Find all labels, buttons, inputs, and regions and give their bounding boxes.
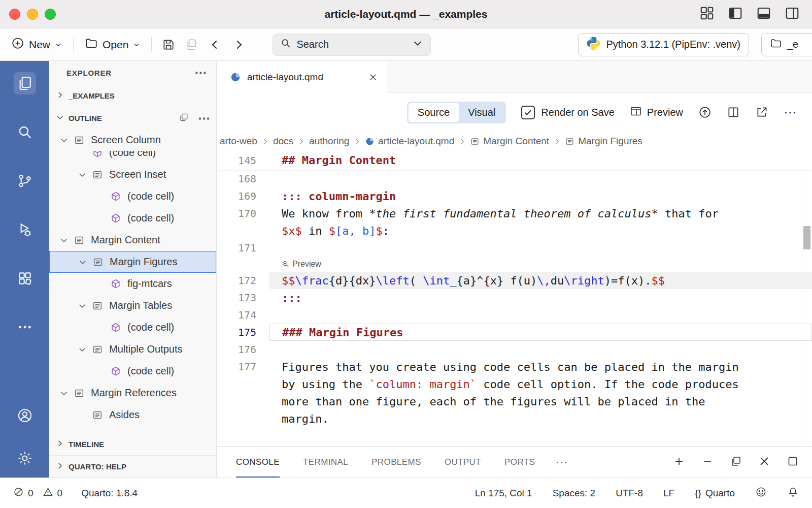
search-input[interactable]: Search — [273, 34, 431, 56]
breadcrumb-item[interactable]: authoring — [309, 136, 349, 147]
outline-item-label: Margin Figures — [110, 256, 177, 268]
chevron-down-icon — [75, 258, 90, 267]
breadcrumb-item[interactable]: arto-web — [220, 136, 257, 147]
run-debug-icon[interactable] — [14, 218, 36, 241]
render-on-save-checkbox[interactable] — [521, 106, 535, 119]
save-all-button[interactable] — [182, 35, 201, 54]
indentation-status[interactable]: Spaces: 2 — [553, 488, 596, 499]
navigate-forward-button[interactable] — [229, 35, 248, 54]
outline-item[interactable]: Margin Content — [49, 229, 216, 251]
outline-item[interactable]: Asides — [49, 404, 216, 426]
breadcrumb-item[interactable]: article-layout.qmd — [365, 136, 454, 147]
search-icon[interactable] — [14, 121, 36, 143]
encoding-status[interactable]: UTF-8 — [616, 488, 643, 499]
source-mode-button[interactable]: Source — [409, 103, 459, 122]
interpreter-selector[interactable]: Python 3.12.1 (PipEnv: .venv) — [578, 33, 749, 56]
account-icon[interactable] — [14, 404, 36, 427]
code-line[interactable]: 173 ::: — [217, 289, 812, 306]
feedback-smiley-icon[interactable] — [755, 486, 767, 500]
code-line[interactable]: 177 Figures that you create using code c… — [217, 358, 812, 375]
outline-item[interactable]: Margin References — [49, 382, 216, 404]
maximize-panel-icon[interactable] — [787, 455, 799, 469]
sticky-scroll-line[interactable]: 145 ## Margin Content — [217, 151, 812, 170]
breadcrumb-item[interactable]: Margin Content — [470, 136, 549, 147]
outline-item[interactable]: fig-mtcars — [49, 273, 216, 295]
outline-item[interactable]: Multiple Outputs — [49, 338, 216, 360]
code-line[interactable]: by using the `column: margin` code cell … — [217, 375, 812, 393]
collapse-all-icon[interactable] — [179, 112, 189, 124]
outline-item-label: Margin Tables — [109, 300, 172, 311]
split-editor-icon[interactable] — [727, 106, 740, 119]
breadcrumb-item[interactable]: docs — [273, 136, 293, 147]
panel-tab-output[interactable]: OUTPUT — [445, 447, 481, 478]
close-panel-icon[interactable] — [758, 455, 770, 469]
new-button[interactable]: New — [7, 34, 66, 55]
language-mode-status[interactable]: {} Quarto — [695, 488, 735, 499]
open-button[interactable]: Open — [81, 34, 144, 55]
code-line[interactable]: more than one figure, each of the figure… — [217, 393, 812, 410]
tab-article-layout[interactable]: article-layout.qmd — [217, 61, 387, 93]
panel-tab-problems[interactable]: PROBLEMS — [371, 447, 421, 478]
quarto-help-section-header[interactable]: QUARTO: HELP — [49, 455, 216, 478]
outline-item[interactable]: Margin Tables — [49, 295, 216, 316]
workspace-folder-button[interactable]: _e — [761, 33, 812, 56]
extensions-icon[interactable] — [14, 267, 36, 290]
new-console-icon[interactable] — [673, 455, 685, 469]
minimize-panel-icon[interactable] — [701, 455, 714, 469]
breadcrumb-separator-icon — [353, 138, 361, 145]
more-actions-icon[interactable] — [14, 316, 36, 338]
code-line[interactable]: 175 ### Margin Figures — [217, 324, 812, 341]
toggle-bottom-panel-icon[interactable] — [756, 6, 771, 23]
cursor-position-status[interactable]: Ln 175, Col 1 — [475, 488, 532, 499]
save-button[interactable] — [159, 35, 178, 54]
explorer-icon[interactable] — [14, 72, 36, 94]
quarto-version-status[interactable]: Quarto: 1.8.4 — [81, 488, 138, 499]
code-line[interactable]: 174 — [217, 306, 812, 324]
navigate-back-button[interactable] — [206, 35, 225, 54]
code-line[interactable]: 170 We know from *the first fundamental … — [217, 205, 812, 222]
eol-status[interactable]: LF — [663, 488, 674, 499]
math-preview-widget[interactable]: Preview — [217, 257, 812, 272]
panel-tab-terminal[interactable]: TERMINAL — [303, 447, 348, 478]
toggle-right-panel-icon[interactable] — [785, 6, 800, 23]
panel-tab-console[interactable]: CONSOLE — [236, 447, 280, 478]
code-line[interactable]: margin. — [217, 410, 812, 427]
customize-layout-icon[interactable] — [699, 6, 715, 23]
folder-icon — [85, 37, 98, 52]
timeline-section-header[interactable]: TIMELINE — [49, 433, 216, 455]
source-control-icon[interactable] — [14, 170, 36, 192]
preview-button[interactable]: Preview — [630, 105, 683, 120]
outline-item[interactable]: (code cell) — [49, 316, 216, 338]
publish-icon[interactable] — [698, 106, 712, 119]
breadcrumb-separator-icon — [553, 138, 561, 145]
code-line[interactable]: $x$ in $[a, b]$: — [217, 222, 812, 239]
open-external-icon[interactable] — [755, 106, 768, 119]
outline-item[interactable]: (code cell) — [49, 185, 216, 207]
scrollbar-track[interactable] — [802, 151, 812, 446]
outline-item[interactable]: Margin Figures — [49, 251, 216, 273]
outline-section-header[interactable]: OUTLINE ⋯ — [49, 107, 216, 129]
breadcrumb-item[interactable]: Margin Figures — [565, 136, 642, 147]
settings-gear-icon[interactable] — [14, 447, 36, 469]
notifications-bell-icon[interactable] — [787, 486, 799, 500]
code-line[interactable]: 171 — [217, 239, 812, 257]
outline-item[interactable]: Screen Inset — [49, 164, 216, 185]
code-editor[interactable]: 145 ## Margin Content 168 169 ::: column… — [217, 151, 812, 446]
outline-item[interactable]: (code cell) — [49, 207, 216, 229]
visual-mode-button[interactable]: Visual — [459, 103, 504, 122]
panel-tab-ports[interactable]: PORTS — [504, 447, 535, 478]
code-line[interactable]: 169 ::: column-margin — [217, 187, 812, 205]
chevron-down-icon — [55, 39, 62, 51]
code-line[interactable]: 168 — [217, 170, 812, 187]
chevron-down-icon — [55, 113, 64, 123]
code-line[interactable]: 172 $$\frac{d}{dx}\left( \int_{a}^{x} f(… — [217, 272, 812, 289]
problems-status[interactable]: 0 0 — [13, 487, 62, 500]
outline-item[interactable]: (code cell) — [49, 360, 216, 382]
workspace-section-header[interactable]: _EXAMPLES — [49, 84, 216, 107]
close-icon[interactable] — [368, 73, 378, 82]
code-line[interactable]: 176 — [217, 341, 812, 358]
toggle-left-panel-icon[interactable] — [728, 6, 743, 23]
outline-item[interactable]: Screen Column — [49, 129, 216, 151]
scrollbar-thumb[interactable] — [803, 226, 810, 249]
restore-panel-icon[interactable] — [730, 455, 742, 469]
